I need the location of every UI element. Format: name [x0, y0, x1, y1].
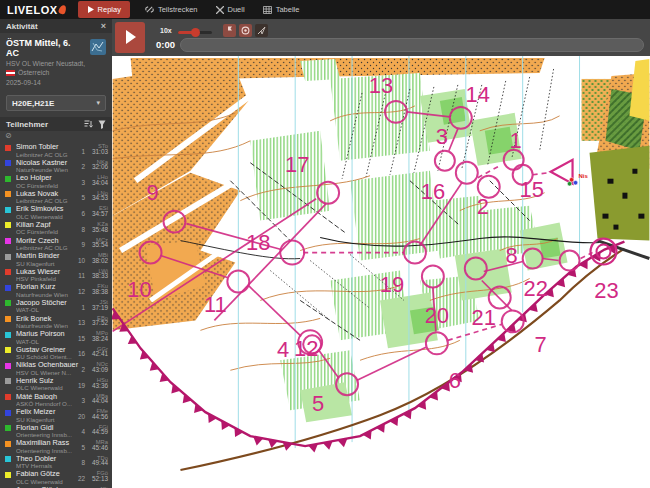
participant-row[interactable]: Simon ToblerLeibnitzer AC OLGSTo131:03: [0, 141, 112, 157]
map-canvas: 1234567891011121314151617181920212223Nis: [112, 56, 650, 488]
runner-color-swatch: [5, 394, 11, 400]
runner-time: 35:54: [92, 241, 108, 248]
deselect-all-button[interactable]: ⊘: [0, 131, 112, 141]
participant-row[interactable]: Niklas OchenbauerHSV OL Wiener N...NOc24…: [0, 359, 112, 375]
runner-position: 5: [81, 444, 85, 451]
participant-row[interactable]: Jacopo StöcherJSt: [0, 484, 112, 488]
runner-position: 13: [78, 319, 85, 326]
runner-time: 38:02: [92, 257, 108, 264]
replay-label: Replay: [98, 5, 121, 14]
participant-row[interactable]: Lukas NovakLeibnitzer AC OLGLNo534:53: [0, 188, 112, 204]
control-number: 17: [285, 152, 309, 177]
runner-dot: [573, 181, 577, 185]
control-number: 7: [535, 332, 547, 357]
speed-slider[interactable]: [178, 31, 212, 34]
runner-name: Theo Dobler: [16, 455, 86, 463]
participant-row[interactable]: Kilian ZapfOC FürstenfeldKZa835:48: [0, 219, 112, 235]
runner-time: 49:44: [92, 459, 108, 466]
participant-row[interactable]: Henrik SulzOLC WienerwaldHSu1943:36: [0, 375, 112, 391]
control-number: 1: [510, 128, 522, 153]
close-icon[interactable]: ×: [101, 21, 106, 31]
participant-row[interactable]: Marius PoirsonWAT-OLMPo1538:24: [0, 328, 112, 344]
control-number: 11: [204, 292, 227, 317]
runner-name: Erik Bonek: [16, 315, 86, 323]
activity-info: ÖSTM Mittel, 6. AC HSV OL Wiener Neustad…: [0, 33, 112, 91]
participant-row[interactable]: Felix MeizerSU KlagenfurtFMe2044:56: [0, 406, 112, 422]
teilstrecken-label: Teilstrecken: [158, 5, 198, 14]
replay-button[interactable]: Replay: [78, 1, 130, 18]
runner-color-swatch: [5, 378, 11, 384]
participant-row[interactable]: Máté BaloghASKÖ Henndorf O...MBa344:04: [0, 391, 112, 407]
replay-player-bar: 10x 0:00: [112, 19, 650, 56]
runner-name: Jacopo Stöcher: [16, 299, 86, 307]
participant-row[interactable]: Nicolas KastnerNaturfreunde WienNKa232:0…: [0, 157, 112, 173]
runner-position: 4: [81, 428, 85, 435]
participant-row[interactable]: Lukas WieserHSV PinkafeldLWi1138:33: [0, 266, 112, 282]
runner-time: 34:04: [92, 179, 108, 186]
runner-time: 45:46: [92, 444, 108, 451]
runner-color-swatch: [5, 456, 11, 462]
runner-time: 37:52: [92, 319, 108, 326]
runner-time: 38:24: [92, 335, 108, 342]
participant-row[interactable]: Gustav GreinerSU Schöckl Orient...GGr164…: [0, 344, 112, 360]
control-number: 21: [472, 305, 496, 330]
participant-row[interactable]: Maximilian RassOrienteering Innsb...MRa5…: [0, 437, 112, 453]
runner-time: 43:36: [92, 382, 108, 389]
participant-row[interactable]: Florian KurzNaturfreunde WienFKu1238:38: [0, 281, 112, 297]
speed-slider-knob[interactable]: [191, 28, 200, 37]
participant-row[interactable]: Fabian GötzeOLC WienerwaldFGö2252:13: [0, 468, 112, 484]
tabelle-button[interactable]: Tabelle: [254, 1, 309, 18]
control-number: 8: [506, 243, 518, 268]
participant-row[interactable]: Florian GidlOrienteering Innsb...FGi444:…: [0, 422, 112, 438]
event-date: 2025-09-14: [6, 79, 106, 87]
participant-row[interactable]: Erik BonekNaturfreunde WienEBo1337:52: [0, 313, 112, 329]
livelox-logo[interactable]: LIVELOX: [7, 4, 66, 16]
mass-start-button[interactable]: [239, 24, 252, 37]
tails-icon: [226, 26, 234, 35]
duell-button[interactable]: Duell: [207, 1, 254, 18]
class-select[interactable]: H20E,H21E ▾: [6, 95, 106, 111]
participant-row[interactable]: Jacopo StöcherWAT-OLJSt137:19: [0, 297, 112, 313]
participant-row[interactable]: Leo HolperOC FürstenfeldLHo334:04: [0, 172, 112, 188]
filter-funnel-icon[interactable]: [98, 120, 106, 129]
play-button[interactable]: [115, 22, 145, 53]
activity-panel-title: Aktivität: [6, 22, 38, 31]
runner-name: Moritz Czech: [16, 237, 86, 245]
sort-icon[interactable]: [84, 120, 93, 129]
teilstrecken-button[interactable]: Teilstrecken: [136, 1, 207, 18]
map-thumbnail[interactable]: [90, 39, 106, 55]
runner-position: 11: [78, 272, 85, 279]
timeline-scrubber[interactable]: [180, 38, 644, 52]
runner-time: 38:33: [92, 272, 108, 279]
runner-color-swatch: [5, 347, 11, 353]
runner-name: Niklas Ochenbauer: [16, 361, 86, 369]
runner-name: Gustav Greiner: [16, 346, 86, 354]
thumbnail-scribble: [90, 39, 106, 55]
tabelle-label: Tabelle: [276, 5, 300, 14]
tails-button[interactable]: [223, 24, 236, 37]
follow-position-button[interactable]: [255, 24, 268, 37]
control-number: 9: [146, 180, 158, 205]
control-number: 10: [127, 277, 151, 302]
control-number: 14: [466, 82, 490, 107]
participants-title: Teilnehmer: [6, 120, 48, 129]
participant-row[interactable]: Erik SimkovicsOLC WienerwaldESi634:57: [0, 203, 112, 219]
control-number: 4: [277, 337, 289, 362]
runner-position: 22: [78, 475, 85, 482]
participant-row[interactable]: Theo DoblerMTV HernalsTDo849:44: [0, 453, 112, 469]
runner-color-swatch: [5, 207, 11, 213]
headphone-icon: [57, 4, 66, 15]
runner-color-swatch: [5, 332, 11, 338]
control-number: 12: [294, 336, 318, 361]
runner-name: Máté Balogh: [16, 393, 86, 401]
runner-time: 34:57: [92, 210, 108, 217]
participant-row[interactable]: Martin BinderSU KlagenfurtMBi1038:02: [0, 250, 112, 266]
logo-text: LIVELOX: [7, 4, 58, 16]
play-triangle-icon: [126, 30, 136, 44]
participant-row[interactable]: Moritz CzechLeibnitzer AC OLGMCz935:54: [0, 235, 112, 251]
runner-position: 1: [81, 304, 85, 311]
map[interactable]: 1234567891011121314151617181920212223Nis: [112, 56, 650, 488]
runner-color-swatch: [5, 285, 11, 291]
runner-color-swatch: [5, 300, 11, 306]
runner-name: Henrik Sulz: [16, 377, 86, 385]
